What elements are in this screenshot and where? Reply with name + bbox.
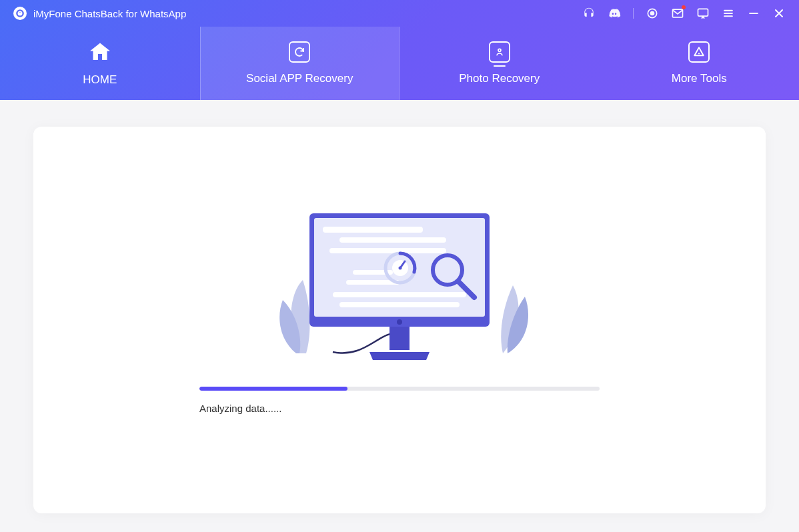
refresh-icon	[289, 41, 310, 63]
svg-rect-17	[323, 227, 423, 233]
svg-point-27	[399, 267, 402, 270]
nav-label: HOME	[83, 73, 117, 87]
svg-point-16	[397, 319, 402, 325]
main-nav: HOME Social APP Recovery Photo Recovery	[0, 27, 799, 100]
nav-photo-recovery[interactable]: Photo Recovery	[400, 27, 600, 100]
nav-label: More Tools	[672, 72, 727, 85]
nav-more-tools[interactable]: More Tools	[600, 27, 800, 100]
chat-icon[interactable]	[696, 7, 710, 20]
progress-label: Analyzing data......	[199, 403, 600, 414]
header: iMyFone ChatsBack for WhatsApp	[0, 0, 799, 100]
nav-social-app-recovery[interactable]: Social APP Recovery	[200, 27, 400, 100]
close-icon[interactable]	[772, 7, 786, 20]
nav-label: Social APP Recovery	[246, 72, 353, 85]
svg-rect-4	[698, 9, 708, 16]
notification-dot	[682, 5, 686, 9]
nav-label: Photo Recovery	[459, 72, 540, 85]
photo-icon	[489, 41, 510, 63]
mail-icon[interactable]	[671, 7, 684, 20]
app-window: iMyFone ChatsBack for WhatsApp	[0, 0, 799, 532]
titlebar: iMyFone ChatsBack for WhatsApp	[0, 0, 799, 27]
nav-home[interactable]: HOME	[0, 27, 200, 100]
svg-rect-23	[339, 302, 460, 307]
svg-point-12	[698, 53, 700, 54]
app-logo-icon	[13, 7, 27, 20]
titlebar-left: iMyFone ChatsBack for WhatsApp	[13, 7, 186, 20]
progress-card: Analyzing data......	[33, 127, 766, 513]
progress-bar	[199, 387, 600, 391]
app-title: iMyFone ChatsBack for WhatsApp	[33, 8, 186, 19]
main-content: Analyzing data......	[0, 100, 799, 532]
analyzing-illustration	[266, 207, 533, 367]
headset-icon[interactable]	[582, 7, 596, 20]
svg-point-11	[498, 49, 501, 51]
minimize-icon[interactable]	[747, 7, 760, 20]
separator	[633, 8, 634, 19]
svg-rect-13	[389, 323, 410, 350]
svg-point-2	[651, 12, 654, 15]
tools-icon	[688, 41, 710, 63]
menu-icon[interactable]	[722, 7, 735, 20]
svg-rect-18	[339, 237, 446, 243]
target-icon[interactable]	[646, 7, 659, 20]
home-icon	[88, 40, 112, 64]
svg-rect-19	[329, 248, 446, 253]
progress-fill	[199, 387, 347, 391]
progress-section: Analyzing data......	[199, 387, 600, 414]
titlebar-actions	[582, 7, 786, 20]
svg-rect-22	[333, 292, 466, 297]
discord-icon[interactable]	[608, 7, 621, 20]
